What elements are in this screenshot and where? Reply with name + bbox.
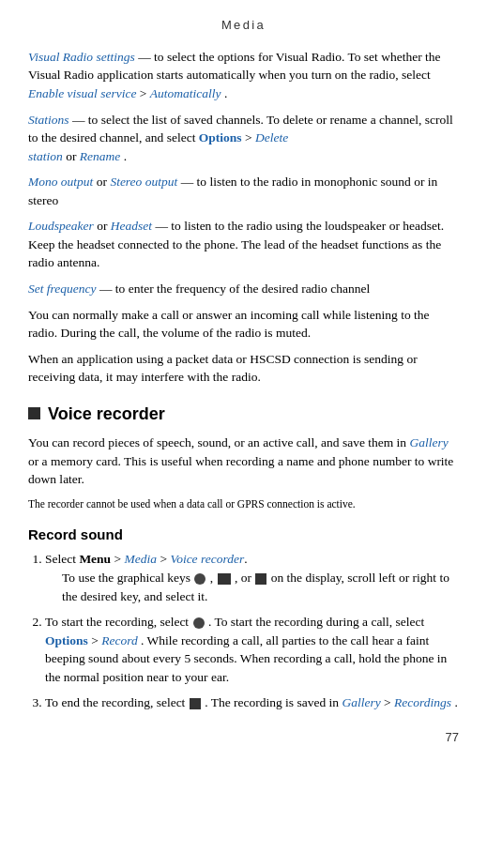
record-sound-title: Record sound: [28, 525, 459, 545]
square-icon-2: [190, 698, 201, 709]
paragraph-set-frequency: Set frequency — to enter the frequency o…: [28, 280, 459, 298]
grid-icon: [218, 573, 231, 585]
step-3: To end the recording, select . The recor…: [45, 693, 459, 712]
paragraph-mono-stereo: Mono output or Stereo output — to listen…: [28, 173, 459, 209]
paragraph-packet-data: When an application using a packet data …: [28, 350, 459, 387]
paragraph-recorder-note: The recorder cannot be used when a data …: [28, 496, 459, 511]
link-mono-output: Mono output: [28, 175, 93, 189]
section-square-icon: [28, 407, 40, 419]
link-enable-visual-service: Enable visual service: [28, 86, 136, 100]
link-stereo-output: Stereo output: [110, 175, 177, 189]
link-voice-recorder: Voice recorder: [170, 552, 244, 566]
voice-recorder-heading: Voice recorder: [28, 402, 459, 426]
link-gallery-2: Gallery: [342, 695, 380, 709]
link-automatically: Automatically: [150, 86, 221, 100]
paragraph-voice-recorder-intro: You can record pieces of speech, sound, …: [28, 434, 459, 489]
link-loudspeaker: Loudspeaker: [28, 219, 94, 233]
link-gallery-1: Gallery: [410, 435, 449, 449]
paragraph-loudspeaker-headset: Loudspeaker or Headset — to listen to th…: [28, 217, 459, 272]
link-recordings: Recordings: [394, 695, 451, 709]
link-stations: Stations: [28, 113, 69, 127]
link-set-frequency: Set frequency: [28, 282, 97, 296]
record-sound-steps: Select Menu > Media > Voice recorder. To…: [45, 550, 459, 712]
page-header: Media: [28, 17, 459, 35]
circle-icon-2: [193, 617, 205, 629]
link-record: Record: [101, 633, 137, 647]
paragraph-stations: Stations — to select the list of saved c…: [28, 111, 459, 166]
step-2: To start the recording, select . To star…: [45, 613, 459, 686]
voice-recorder-title: Voice recorder: [48, 402, 165, 426]
step-1: Select Menu > Media > Voice recorder. To…: [45, 550, 459, 605]
paragraph-visual-radio-settings: Visual Radio settings — to select the op…: [28, 48, 459, 103]
step-1-indent: To use the graphical keys , , or on the …: [62, 569, 459, 605]
page-number: 77: [28, 729, 459, 747]
link-options-2: Options: [45, 633, 88, 647]
link-media: Media: [125, 552, 158, 566]
square-icon-1: [255, 573, 266, 585]
link-options-1: Options: [199, 130, 242, 145]
circle-icon-1: [194, 573, 205, 585]
link-rename: Rename: [80, 149, 120, 163]
text-menu: Menu: [79, 552, 111, 566]
paragraph-call-while-listening: You can normally make a call or answer a…: [28, 306, 459, 343]
link-visual-radio-settings: Visual Radio settings: [28, 50, 135, 64]
link-headset: Headset: [111, 219, 152, 233]
